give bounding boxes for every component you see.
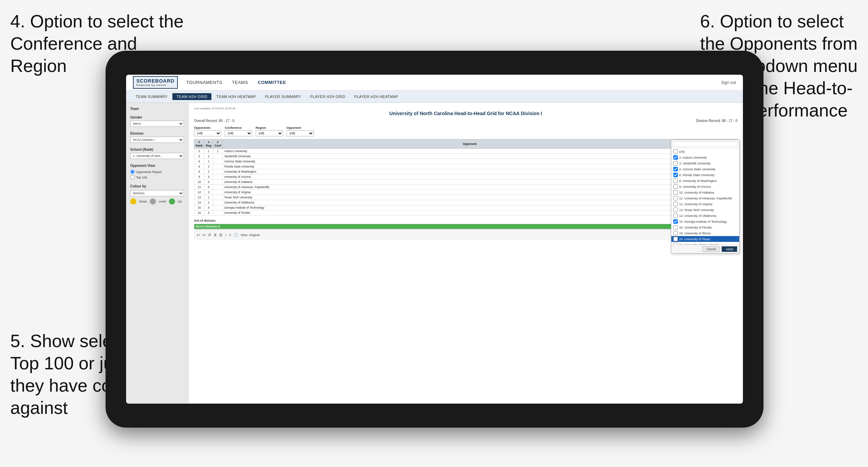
dropdown-item[interactable]: 10. University of Alabama (671, 189, 739, 195)
cell-rank: 15 (194, 205, 205, 210)
sidebar-school-select[interactable]: 1. University of Nort... (130, 153, 184, 159)
radio-opponents-played[interactable]: Opponents Played (130, 170, 184, 174)
dropdown-item[interactable]: 14. University of Oklahoma (671, 213, 739, 219)
cell-opponent: University of Virginia (223, 190, 717, 195)
sidebar-team-section: Team (130, 107, 184, 111)
tab-team-h2h-grid[interactable]: TEAM H2H GRID (172, 93, 211, 100)
sidebar-division-select[interactable]: NCAA Division I (130, 137, 184, 143)
out-division-table: NCAA Division II 1 0 (194, 224, 737, 229)
cell-reg: 2 (204, 200, 213, 205)
opponents-label: Opponents: (194, 126, 221, 130)
cell-rank: 8 (194, 169, 205, 174)
redo-icon[interactable]: ↪ (202, 233, 206, 237)
table-row: 10 5 University of Alabama 3 0 (194, 180, 737, 185)
opponent-select[interactable]: (All) (286, 130, 314, 136)
division-record: Division Record: 88 - 17 - 0 (696, 119, 737, 123)
clock-icon[interactable]: 🕐 (233, 233, 239, 237)
table-row: 14 2 University of Oklahoma 2 0 (194, 200, 737, 205)
colour-by-select[interactable]: Win/loss (130, 190, 184, 196)
sidebar-gender-select[interactable]: Men's (130, 121, 184, 127)
tablet-device: SCOREBOARD Powered by ●●●●● TOURNAMENTS … (106, 51, 763, 428)
out-div-name: NCAA Division II (194, 224, 717, 229)
dropdown-list: (All)2. Auburn University3. Vanderbilt U… (671, 149, 739, 245)
content-wrapper: Last Updated: 4/??/2024 16:55:38 Univers… (188, 103, 743, 404)
tab-team-h2h-heatmap[interactable]: TEAM H2H HEATMAP (212, 93, 260, 100)
filter-conference: Conference (All) (225, 126, 252, 136)
opponent-label: Opponent (286, 126, 314, 130)
dropdown-search-input[interactable] (673, 142, 738, 147)
dropdown-item[interactable]: 15. Georgia Institute of Technology (671, 219, 739, 224)
copy-icon[interactable]: ⧉ (219, 233, 222, 237)
cell-reg: 2 (204, 169, 213, 174)
tab-player-h2h-grid[interactable]: PLAYER H2H GRID (306, 93, 350, 100)
nav-teams[interactable]: TEAMS (232, 80, 248, 85)
dropdown-item[interactable]: 8. University of Washington (671, 178, 739, 184)
minus-icon[interactable]: − (224, 233, 227, 237)
dropdown-item[interactable]: 21. University of New Mexico (671, 242, 739, 245)
cell-reg: 1 (204, 149, 213, 154)
tab-player-h2h-heatmap[interactable]: PLAYER H2H HEATMAP (350, 93, 402, 100)
table-row: 13 1 Texas Tech University 3 0 (194, 195, 737, 200)
table-row: 9 3 University of Arizona 1 0 (194, 174, 737, 180)
plus-icon[interactable]: + (229, 233, 231, 237)
cell-reg: 3 (204, 174, 213, 180)
dropdown-item[interactable]: 16. University of Florida (671, 224, 739, 230)
cell-conf (213, 180, 222, 185)
sidebar-division-label: Division (130, 132, 184, 135)
dropdown-item[interactable]: 6. Florida State University (671, 172, 739, 178)
opponent-dropdown[interactable]: (All)2. Auburn University3. Vanderbilt U… (671, 140, 739, 254)
cell-opponent: Georgia Institute of Technology (223, 205, 717, 210)
tab-player-summary[interactable]: PLAYER SUMMARY (261, 93, 305, 100)
dropdown-item[interactable]: 12. University of Virginia (671, 201, 739, 207)
cell-conf (213, 190, 222, 195)
cell-conf (213, 174, 222, 180)
report-updated: Last Updated: 4/??/2024 16:55:38 (194, 107, 737, 110)
cell-opponent: University of Oklahoma (223, 200, 717, 205)
dropdown-item[interactable]: 9. University of Arizona (671, 184, 739, 189)
cell-conf (213, 154, 222, 159)
sidebar-colour-section: Colour by Win/loss Down Level Up (130, 184, 184, 205)
sidebar-school-label: School (Rank) (130, 148, 184, 151)
table-row: 16 3 University of Florida 5 (194, 210, 737, 216)
nav-committee[interactable]: COMMITTEE (258, 80, 286, 85)
cell-opponent: Vanderbilt University (223, 154, 717, 159)
undo-icon[interactable]: ↩ (197, 233, 200, 237)
opponent-view-label: Opponent View (130, 164, 184, 168)
cell-reg: 6 (204, 185, 213, 190)
cell-rank: 10 (194, 180, 205, 185)
conference-label: Conference (225, 126, 252, 130)
cell-opponent: University of Florida (223, 210, 717, 216)
tablet-screen: SCOREBOARD Powered by ●●●●● TOURNAMENTS … (126, 75, 743, 404)
tab-team-summary[interactable]: TEAM SUMMARY (132, 93, 172, 100)
nav-tournaments[interactable]: TOURNAMENTS (186, 80, 222, 85)
dropdown-item[interactable]: 2. Auburn University (671, 155, 739, 160)
refresh-icon[interactable]: ↺ (208, 233, 211, 237)
dropdown-item[interactable]: (All) (671, 149, 739, 155)
cell-opponent: University of Arizona (223, 174, 717, 180)
dropdown-item[interactable]: 11. University of Arkansas, Fayetteville (671, 195, 739, 201)
cell-rank: 6 (194, 164, 205, 169)
cell-conf (213, 169, 222, 174)
region-select[interactable]: (All) (256, 130, 283, 136)
sidebar: Team Gender Men's Division NCAA Division… (126, 103, 188, 404)
cancel-button[interactable]: Cancel (702, 246, 720, 252)
conference-select[interactable]: (All) (225, 130, 252, 136)
opponents-select[interactable]: (All) (194, 130, 221, 136)
legend-level-label: Level (159, 200, 166, 203)
th-rank: #Rank (194, 139, 205, 149)
report-header: University of North Carolina Head-to-Hea… (194, 111, 737, 116)
cell-conf (213, 185, 222, 190)
apply-button[interactable]: Apply (722, 246, 737, 252)
radio-top100[interactable]: Top 100 (130, 175, 184, 180)
th-reg: #Reg (204, 139, 213, 149)
cell-opponent: University of Washington (223, 169, 717, 174)
dropdown-item[interactable]: 4. Arizona State University (671, 166, 739, 172)
cell-conf (213, 159, 222, 164)
table-row: 12 3 University of Virginia 1 0 (194, 190, 737, 195)
dropdown-item[interactable]: 20. University of Texas (671, 236, 739, 242)
dropdown-item[interactable]: 18. University of Illinois (671, 230, 739, 236)
nav-signout[interactable]: Sign out (721, 80, 736, 85)
pause-icon[interactable]: ⏸ (213, 233, 217, 237)
dropdown-item[interactable]: 13. Texas Tech University (671, 207, 739, 213)
dropdown-item[interactable]: 3. Vanderbilt University (671, 160, 739, 166)
